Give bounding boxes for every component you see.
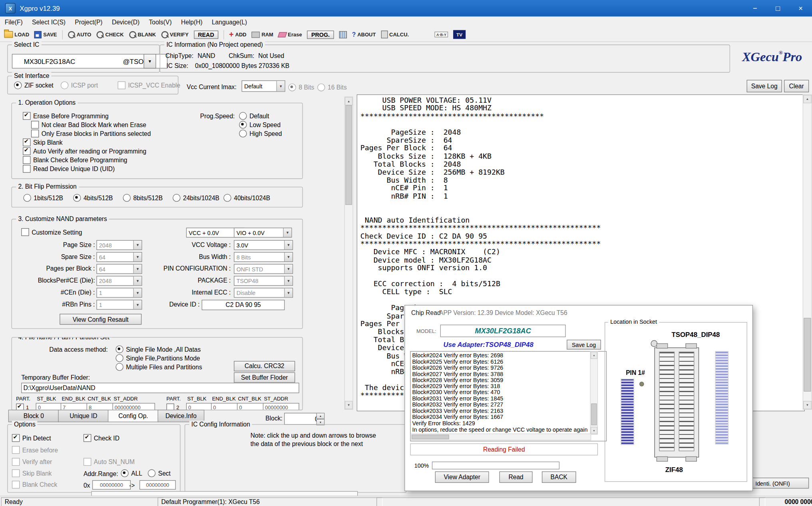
calc-crc32-button[interactable]: Calcu. CRC32 [234, 361, 295, 371]
about-button[interactable]: ?ABOUT [352, 31, 376, 38]
list-vertical-scrollbar[interactable]: ▲ ▼ [590, 351, 598, 434]
erase-before-checkbox[interactable]: Erase before [12, 446, 58, 454]
pages-per-block-select[interactable]: 64 [96, 264, 142, 274]
bitflip-24bits-radio[interactable]: 24bits/1024B [173, 194, 219, 201]
view-config-result-button[interactable]: View Config Resault [60, 314, 141, 325]
auto-verify-checkbox[interactable]: Auto Verify after reading or Programming [23, 147, 146, 155]
addr-to-input[interactable]: 00000000 [139, 480, 176, 490]
list-horizontal-scrollbar[interactable] [411, 434, 591, 440]
single-file-all-radio[interactable]: Single File Mode ,All Datas [115, 345, 201, 353]
pin-configuration-select[interactable]: ONFI STD [234, 264, 293, 274]
save-button[interactable]: SAVE [34, 31, 57, 38]
scrollbar-thumb[interactable] [804, 318, 811, 391]
addr-from-input[interactable]: 00000000 [92, 480, 131, 490]
verify-after-checkbox[interactable]: Verify after [12, 458, 52, 466]
cnt-blk-input[interactable]: 8 [87, 403, 115, 410]
spare-size-select[interactable]: 64 [96, 252, 142, 262]
vcc-imax-select[interactable]: Default [242, 80, 285, 92]
save-log-button[interactable]: Save Log [747, 80, 782, 92]
menu-item[interactable]: File(F) [0, 17, 27, 28]
icsp-vcc-checkbox[interactable]: ICSP_VCC Enable [118, 82, 181, 89]
package-select[interactable]: TSOP48 [234, 276, 293, 286]
check-id-checkbox[interactable]: Check ID [84, 434, 119, 442]
speed-high-radio[interactable]: High Speed [239, 129, 282, 137]
log-scrollbar[interactable]: ▲ ▼ [803, 94, 812, 410]
calcu-button[interactable]: CALCU. [381, 31, 409, 38]
not-clear-bad-block-checkbox[interactable]: Not clear Bad Block Mark when Erase [31, 121, 146, 128]
device-id-input[interactable]: C2 DA 90 95 [202, 300, 285, 310]
dialog-save-log-button[interactable]: Save Log [567, 340, 601, 350]
vcc-voltage-select[interactable]: 3.0V [234, 240, 293, 250]
temp-buffer-path-input[interactable]: D:\Xgpro\UserData\NAND [21, 383, 299, 393]
spinner-up-icon[interactable]: ▲ [316, 413, 325, 419]
menu-item[interactable]: Help(H) [176, 17, 207, 28]
blank-check-before-checkbox[interactable]: Blank Check Before Programming [23, 156, 127, 164]
bus-width-select[interactable]: 8 Bits [234, 252, 293, 262]
st-addr-input[interactable]: 000000000 [113, 403, 155, 410]
bitflip-4bits-radio[interactable]: 4bits/512B [73, 194, 113, 201]
bits8-radio[interactable]: 8 Bits [288, 84, 314, 91]
blank-check-option-checkbox[interactable]: Blank Check [12, 481, 57, 488]
menu-item[interactable]: Select IC(S) [27, 17, 70, 28]
page-size-select[interactable]: 2048 [96, 240, 142, 250]
load-button[interactable]: LOAD [4, 31, 29, 38]
blank-button[interactable]: BLANK [129, 31, 156, 38]
scroll-up-icon[interactable]: ▲ [803, 95, 812, 103]
check-button[interactable]: CHECK [96, 31, 123, 38]
add-button[interactable]: +ADD [229, 32, 246, 37]
scroll-down-icon[interactable]: ▼ [803, 401, 812, 409]
only-erase-partitions-checkbox[interactable]: Only Erase blocks in Partitions selected [31, 129, 151, 137]
close-icon[interactable]: × [789, 0, 812, 17]
end-blk-input[interactable]: 7 [61, 403, 89, 410]
bits16-radio[interactable]: 16 Bits [317, 84, 347, 91]
scrollbar-thumb[interactable] [345, 105, 352, 205]
minimize-icon[interactable]: − [744, 0, 766, 17]
pin-detect-checkbox[interactable]: Pin Detect [12, 434, 51, 442]
dialog-read-button[interactable]: Read [500, 472, 533, 483]
auto-button[interactable]: AUTO [68, 31, 92, 38]
st-addr-input[interactable]: 00000000 [263, 403, 299, 410]
rbn-pins-select[interactable]: 1 [96, 300, 142, 310]
erase-before-programming-checkbox[interactable]: Erase Before Programming [23, 112, 109, 120]
chip-select-dropdown-button[interactable]: ▼ [143, 54, 156, 68]
prog-button[interactable]: PROG. [307, 30, 334, 39]
auto-sn-checkbox[interactable]: Auto SN_NUM [84, 458, 135, 466]
scroll-up-icon[interactable]: ▲ [591, 352, 597, 359]
scroll-down-icon[interactable]: ▼ [591, 427, 597, 434]
bitflip-40bits-radio[interactable]: 40bits/1024B [223, 194, 270, 201]
single-file-partitions-radio[interactable]: Single File,Partitions Mode [115, 354, 200, 362]
multiple-files-radio[interactable]: Multiple Files and Partitions [115, 363, 202, 371]
bitflip-1bits-radio[interactable]: 1bits/512B [23, 194, 63, 201]
speed-low-radio[interactable]: Low Speed [239, 121, 281, 128]
menu-item[interactable]: Tools(V) [144, 17, 176, 28]
block-number-input[interactable]: 0 [284, 413, 320, 425]
set-buffer-folder-button[interactable]: Set Buffer Floder [234, 373, 295, 383]
blocks-per-ce-select[interactable]: 2048 [96, 276, 142, 286]
view-adapter-button[interactable]: View Adapter [435, 472, 489, 483]
tab-unique-id[interactable]: Unique ID [58, 410, 109, 422]
vio-offset-select[interactable]: VIO + 0.0V [234, 228, 292, 238]
st-blk-input[interactable]: 0 [186, 403, 212, 410]
read-button[interactable]: READ [194, 30, 218, 39]
ram-button[interactable]: RAM [252, 32, 273, 38]
verify-button[interactable]: VERIFY [161, 31, 189, 38]
cen-die-select[interactable]: 1 [96, 288, 142, 298]
erase-button[interactable]: Erase [279, 32, 302, 37]
menu-item[interactable]: Device(D) [107, 17, 144, 28]
left-panel-scrollbar[interactable]: ▲ ▼ [344, 96, 353, 410]
addr-sect-radio[interactable]: Sect [148, 469, 171, 477]
cnt-blk-input[interactable]: 0 [237, 403, 265, 410]
menu-item[interactable]: Language(L) [207, 17, 252, 28]
verify-error-list[interactable]: Block#2024 Verify error Bytes: 2698Block… [410, 351, 607, 441]
scrollbar-thumb[interactable] [591, 404, 597, 425]
dialog-back-button[interactable]: BACK [542, 472, 576, 483]
scrollbar-thumb[interactable] [412, 434, 449, 439]
addr-all-radio[interactable]: ALL [121, 469, 142, 477]
read-uid-checkbox[interactable]: Read Device Unique ID (UID) [23, 165, 115, 173]
menu-item[interactable]: Project(P) [70, 17, 107, 28]
internal-ecc-select[interactable]: Disable [234, 288, 293, 298]
scroll-down-icon[interactable]: ▼ [345, 401, 352, 409]
st-blk-input[interactable]: 0 [36, 403, 62, 410]
speed-default-radio[interactable]: Default [239, 112, 269, 120]
clear-button[interactable]: Clear [784, 80, 809, 92]
